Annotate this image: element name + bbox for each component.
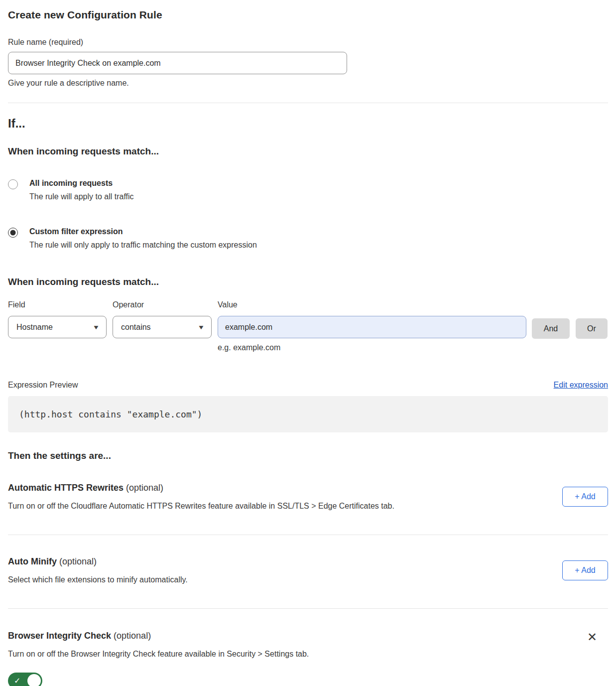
setting-name: Browser Integrity Check xyxy=(8,631,111,641)
field-select-value: Hostname xyxy=(16,323,53,332)
expression-preview-box: (http.host contains "example.com") xyxy=(8,396,608,432)
rule-name-label: Rule name (required) xyxy=(8,38,608,47)
radio-selected-icon[interactable] xyxy=(8,228,18,238)
rule-name-helper: Give your rule a descriptive name. xyxy=(8,79,608,88)
setting-optional-tag: (optional) xyxy=(59,556,97,566)
setting-browser-integrity-check: Browser Integrity Check (optional) Turn … xyxy=(8,631,608,686)
create-configuration-rule-page: Create new Configuration Rule Rule name … xyxy=(0,0,616,686)
expression-preview-label: Expression Preview xyxy=(8,381,78,390)
field-column: Field Hostname ▼ xyxy=(8,300,107,338)
chevron-down-icon: ▼ xyxy=(198,324,205,331)
setting-text: Auto Minify (optional) Select which file… xyxy=(8,556,562,584)
radio-option-text: Custom filter expression The rule will o… xyxy=(29,227,608,250)
browser-integrity-check-toggle[interactable]: ✓ xyxy=(8,673,42,686)
page-title: Create new Configuration Rule xyxy=(8,9,608,21)
operator-column: Operator contains ▼ xyxy=(113,300,212,338)
then-settings-heading: Then the settings are... xyxy=(8,450,608,461)
section-divider xyxy=(8,535,608,535)
field-select[interactable]: Hostname ▼ xyxy=(8,316,107,338)
or-button[interactable]: Or xyxy=(576,318,608,339)
field-label: Field xyxy=(8,300,107,309)
toggle-knob xyxy=(27,674,41,686)
edit-expression-link[interactable]: Edit expression xyxy=(554,381,608,390)
radio-option-label: Custom filter expression xyxy=(29,227,608,236)
setting-description: Turn on or off the Cloudflare Automatic … xyxy=(8,502,542,511)
setting-optional-tag: (optional) xyxy=(114,631,151,641)
rule-name-section: Rule name (required) Give your rule a de… xyxy=(8,38,608,88)
section-divider xyxy=(8,608,608,609)
radio-option-text: All incoming requests The rule will appl… xyxy=(29,179,608,201)
when-requests-match-subheading: When incoming requests match... xyxy=(8,146,608,157)
radio-option-description: The rule will only apply to traffic matc… xyxy=(29,241,608,250)
value-helper: e.g. example.com xyxy=(218,343,526,352)
filter-builder-row: Field Hostname ▼ Operator contains ▼ Val… xyxy=(8,300,608,352)
check-icon: ✓ xyxy=(14,676,20,685)
add-auto-minify-button[interactable]: + Add xyxy=(562,560,608,580)
radio-option-all-incoming-requests[interactable]: All incoming requests The rule will appl… xyxy=(8,179,608,201)
setting-text: Browser Integrity Check (optional) Turn … xyxy=(8,631,587,686)
setting-optional-tag: (optional) xyxy=(126,483,163,493)
if-heading: If... xyxy=(8,117,608,131)
setting-automatic-https-rewrites: Automatic HTTPS Rewrites (optional) Turn… xyxy=(8,483,608,511)
setting-auto-minify: Auto Minify (optional) Select which file… xyxy=(8,556,608,584)
setting-text: Automatic HTTPS Rewrites (optional) Turn… xyxy=(8,483,562,511)
operator-label: Operator xyxy=(113,300,212,309)
rule-name-input[interactable] xyxy=(8,52,347,74)
setting-name: Automatic HTTPS Rewrites xyxy=(8,483,123,493)
value-column: Value e.g. example.com xyxy=(218,300,526,352)
setting-name: Auto Minify xyxy=(8,556,57,566)
value-input[interactable] xyxy=(218,316,526,338)
setting-title: Automatic HTTPS Rewrites (optional) xyxy=(8,483,542,493)
filter-builder-heading: When incoming requests match... xyxy=(8,276,608,287)
radio-option-label: All incoming requests xyxy=(29,179,608,188)
radio-unselected-icon[interactable] xyxy=(8,179,18,189)
expression-preview-header: Expression Preview Edit expression xyxy=(8,381,608,390)
and-button[interactable]: And xyxy=(532,318,570,339)
radio-option-description: The rule will apply to all traffic xyxy=(29,192,608,201)
add-automatic-https-rewrites-button[interactable]: + Add xyxy=(562,487,608,507)
close-icon[interactable]: ✕ xyxy=(587,632,597,643)
setting-description: Select which file extensions to minify a… xyxy=(8,575,542,584)
setting-title: Auto Minify (optional) xyxy=(8,556,542,567)
chevron-down-icon: ▼ xyxy=(93,324,100,331)
value-label: Value xyxy=(218,300,526,309)
radio-option-custom-filter-expression[interactable]: Custom filter expression The rule will o… xyxy=(8,227,608,250)
section-divider xyxy=(8,103,608,103)
setting-description: Turn on or off the Browser Integrity Che… xyxy=(8,650,567,659)
expression-code: (http.host contains "example.com") xyxy=(19,409,202,419)
operator-select-value: contains xyxy=(121,323,151,332)
operator-select[interactable]: contains ▼ xyxy=(113,316,212,338)
setting-title: Browser Integrity Check (optional) xyxy=(8,631,567,641)
